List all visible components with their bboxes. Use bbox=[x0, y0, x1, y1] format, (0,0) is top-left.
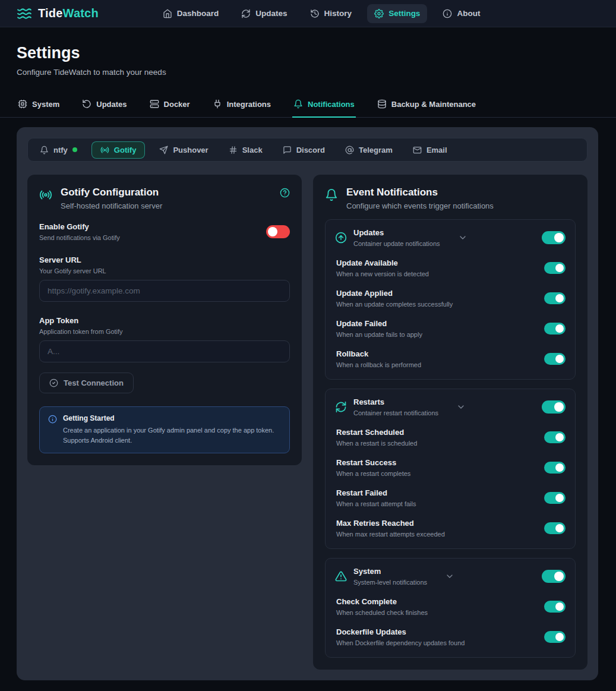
server-url-input[interactable] bbox=[39, 280, 290, 302]
event-description: When max restart attempts exceeded bbox=[336, 531, 445, 538]
enable-gotify-toggle[interactable] bbox=[266, 225, 290, 238]
event-description: When a rollback is performed bbox=[336, 361, 421, 368]
nav-item-label: History bbox=[324, 9, 352, 18]
card-title: Event Notifications bbox=[346, 187, 494, 198]
event-label: Update Failed bbox=[336, 319, 422, 328]
group-label: Restarts bbox=[353, 397, 438, 406]
refresh-icon bbox=[241, 9, 251, 18]
group-description: Container update notifications bbox=[353, 240, 440, 247]
event-notifications-card: Event Notifications Configure which even… bbox=[313, 175, 587, 670]
nav-item-updates[interactable]: Updates bbox=[234, 4, 294, 23]
event-row-dockerfile-updates: Dockerfile Updates When Dockerfile depen… bbox=[335, 627, 566, 646]
dockerfile-updates-toggle[interactable] bbox=[544, 631, 566, 643]
send-icon bbox=[159, 146, 168, 154]
hash-icon bbox=[229, 146, 238, 154]
nav-item-about[interactable]: About bbox=[435, 4, 487, 23]
rollback-toggle[interactable] bbox=[544, 353, 566, 365]
tab-integrations[interactable]: Integrations bbox=[211, 93, 272, 118]
toggle-knob bbox=[555, 602, 564, 611]
toggle-knob bbox=[555, 355, 564, 363]
bell-icon bbox=[40, 146, 49, 154]
event-group-updates: Updates Container update notifications U… bbox=[325, 219, 576, 380]
database-icon bbox=[377, 99, 387, 109]
event-row-update-available: Update Available When a new version is d… bbox=[335, 258, 566, 277]
enable-gotify-label: Enable Gotify bbox=[39, 222, 120, 231]
event-group-system: System System-level notifications Check … bbox=[325, 558, 576, 658]
nav-item-history[interactable]: History bbox=[303, 4, 359, 23]
event-row-restart-failed: Restart Failed When a restart attempt fa… bbox=[335, 488, 566, 507]
tab-label: Updates bbox=[96, 100, 127, 109]
tab-label: System bbox=[32, 100, 59, 109]
nav-item-settings[interactable]: Settings bbox=[367, 4, 427, 23]
tab-system[interactable]: System bbox=[17, 93, 61, 118]
getting-started-info-box: Getting Started Create an application in… bbox=[39, 406, 290, 453]
restart-success-toggle[interactable] bbox=[544, 462, 566, 474]
tab-backup-maintenance[interactable]: Backup & Maintenance bbox=[376, 93, 477, 118]
page-title: Settings bbox=[17, 44, 599, 62]
max-retries-toggle[interactable] bbox=[544, 522, 566, 534]
chevron-down-icon[interactable] bbox=[458, 233, 467, 242]
chevron-down-icon[interactable] bbox=[445, 572, 454, 581]
info-text: Create an application in your Gotify adm… bbox=[63, 425, 281, 446]
server-icon bbox=[150, 99, 159, 109]
plug-icon bbox=[213, 99, 222, 109]
group-system-toggle[interactable] bbox=[542, 570, 566, 583]
event-label: Dockerfile Updates bbox=[336, 627, 465, 636]
provider-tab-pushover[interactable]: Pushover bbox=[153, 142, 214, 158]
event-description: When a restart completes bbox=[336, 470, 410, 477]
help-circle-icon[interactable] bbox=[280, 188, 290, 198]
toggle-knob bbox=[555, 494, 564, 502]
card-subtitle: Self-hosted notification server bbox=[61, 201, 162, 210]
provider-label: Telegram bbox=[359, 146, 393, 154]
event-description: When an update completes successfully bbox=[336, 301, 453, 308]
provider-tab-gotify[interactable]: Gotify bbox=[91, 141, 146, 159]
provider-label: Slack bbox=[242, 146, 263, 154]
group-restarts-toggle[interactable] bbox=[542, 400, 566, 414]
check-complete-toggle[interactable] bbox=[544, 601, 566, 613]
event-row-rollback: Rollback When a rollback is performed bbox=[335, 349, 566, 368]
toggle-knob bbox=[554, 572, 564, 581]
server-url-label: Server URL bbox=[39, 255, 290, 264]
update-failed-toggle[interactable] bbox=[544, 323, 566, 335]
tab-notifications[interactable]: Notifications bbox=[292, 93, 356, 118]
event-row-update-failed: Update Failed When an update fails to ap… bbox=[335, 319, 566, 338]
restart-scheduled-toggle[interactable] bbox=[544, 431, 566, 443]
brand-name: TideWatch bbox=[38, 7, 99, 20]
bell-icon bbox=[293, 99, 303, 109]
at-sign-icon bbox=[345, 146, 354, 154]
nav-item-label: Dashboard bbox=[177, 9, 219, 18]
event-row-check-complete: Check Complete When scheduled check fini… bbox=[335, 597, 566, 616]
provider-tab-ntfy[interactable]: ntfy bbox=[34, 142, 83, 158]
server-url-description: Your Gotify server URL bbox=[39, 267, 290, 274]
nav-item-dashboard[interactable]: Dashboard bbox=[156, 4, 226, 23]
chevron-down-icon[interactable] bbox=[456, 402, 466, 412]
enable-gotify-row: Enable Gotify Send notifications via Got… bbox=[39, 222, 290, 241]
broadcast-icon bbox=[39, 188, 52, 201]
restart-failed-toggle[interactable] bbox=[544, 492, 566, 504]
event-description: When a restart is scheduled bbox=[336, 440, 417, 447]
provider-tab-discord[interactable]: Discord bbox=[277, 142, 331, 158]
group-updates-toggle[interactable] bbox=[542, 231, 566, 244]
provider-tabs: ntfy Gotify Pushover Slack Discord Teleg… bbox=[27, 138, 587, 162]
update-applied-toggle[interactable] bbox=[544, 292, 566, 304]
test-connection-button[interactable]: Test Connection bbox=[39, 373, 134, 393]
provider-tab-email[interactable]: Email bbox=[407, 142, 453, 158]
event-description: When a new version is detected bbox=[336, 270, 429, 277]
brand-logo[interactable]: TideWatch bbox=[17, 6, 99, 21]
card-subtitle: Configure which events trigger notificat… bbox=[346, 201, 494, 210]
bell-icon bbox=[325, 188, 338, 201]
provider-tab-slack[interactable]: Slack bbox=[223, 142, 268, 158]
enable-gotify-description: Send notifications via Gotify bbox=[39, 234, 120, 241]
history-clock-icon bbox=[310, 9, 320, 18]
provider-tab-telegram[interactable]: Telegram bbox=[339, 142, 399, 158]
update-available-toggle[interactable] bbox=[544, 262, 566, 274]
tab-updates[interactable]: Updates bbox=[81, 93, 128, 118]
group-description: Container restart notifications bbox=[353, 409, 438, 417]
event-description: When Dockerfile dependency updates found bbox=[336, 639, 465, 646]
app-token-input[interactable] bbox=[39, 340, 290, 362]
app-token-label: App Token bbox=[39, 316, 290, 325]
home-icon bbox=[163, 9, 172, 18]
toggle-knob bbox=[554, 402, 564, 412]
tab-docker[interactable]: Docker bbox=[149, 93, 191, 118]
event-row-restart-success: Restart Success When a restart completes bbox=[335, 458, 566, 477]
